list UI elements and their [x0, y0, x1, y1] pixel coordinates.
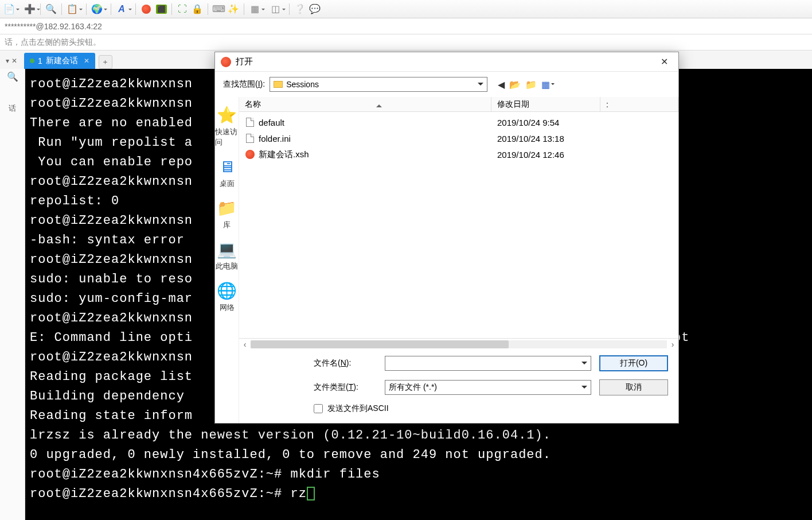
place-item[interactable]: 💻此电脑 [215, 236, 239, 275]
dialog-close-button[interactable]: ✕ [655, 55, 673, 69]
places-sidebar: ⭐快速访问🖥桌面📁库💻此电脑🌐网络 [215, 97, 239, 423]
help-icon[interactable]: ❔ [293, 2, 307, 16]
font-icon[interactable]: A [115, 2, 128, 16]
cancel-button[interactable]: 取消 [599, 379, 668, 395]
col-extra: : [600, 97, 678, 111]
back-icon[interactable]: ◀ [498, 79, 505, 90]
globe-icon[interactable]: 🌍 [90, 2, 104, 16]
place-icon: 💻 [216, 239, 238, 259]
place-item[interactable]: 📁库 [215, 195, 239, 234]
open-icon[interactable]: ➕ [23, 2, 37, 16]
scroll-left-icon[interactable]: ‹ [239, 340, 251, 349]
new-file-icon[interactable]: 📄 [2, 2, 16, 16]
tab-row-controls[interactable]: ▾ ✕ [1, 53, 22, 69]
session-tab[interactable]: 1 新建会话 ✕ [24, 53, 95, 69]
place-label: 网络 [220, 302, 235, 313]
green-app-icon[interactable]: ⬛ [154, 2, 168, 16]
open-button[interactable]: 打开(O) [599, 355, 668, 371]
filetype-label: 文件类型(T): [314, 382, 377, 393]
file-date: 2019/10/24 12:46 [497, 150, 606, 160]
place-label: 快速访问 [215, 127, 239, 148]
place-item[interactable]: 🌐网络 [215, 277, 239, 316]
new-folder-icon[interactable]: 📁 [525, 79, 537, 90]
place-icon: 📁 [216, 198, 238, 218]
main-toolbar: 📄 ➕ 🔍 📋 🌍 A ⬛ ⛶ 🔒 ⌨ ✨ ▦ ◫ ❔ 💬 [0, 0, 812, 18]
filetype-combobox[interactable]: 所有文件 (*.*) [385, 380, 591, 395]
ascii-checkbox-label: 发送文件到ASCII [327, 403, 389, 414]
scope-value: Sessions [286, 80, 319, 89]
copy-icon[interactable]: 📋 [65, 2, 79, 16]
file-list[interactable]: default2019/10/24 9:54folder.ini2019/10/… [239, 112, 678, 338]
status-dot-icon [30, 59, 34, 63]
lock-icon[interactable]: 🔒 [190, 2, 204, 16]
fullscreen-icon[interactable]: ⛶ [175, 2, 189, 16]
place-icon: 🖥 [216, 157, 238, 176]
dialog-title: 打开 [236, 56, 651, 67]
col-date: 修改日期 [491, 97, 600, 111]
file-name: default [259, 118, 284, 127]
file-row[interactable]: folder.ini2019/10/24 13:18 [239, 130, 678, 146]
place-icon: 🌐 [216, 281, 238, 300]
file-icon [245, 133, 255, 143]
file-date: 2019/10/24 13:18 [497, 134, 606, 143]
chevron-down-icon [581, 362, 587, 367]
file-row[interactable]: default2019/10/24 9:54 [239, 114, 678, 130]
place-label: 桌面 [220, 178, 235, 189]
scope-label: 查找范围(I): [223, 79, 265, 90]
place-item[interactable]: ⭐快速访问 [215, 102, 239, 151]
xsh-file-icon [245, 149, 255, 160]
scope-combobox[interactable]: Sessions [270, 77, 487, 92]
dialog-titlebar: 打开 ✕ [215, 52, 678, 72]
place-item[interactable]: 🖥桌面 [215, 153, 239, 192]
place-label: 此电脑 [216, 261, 238, 271]
chevron-down-icon [478, 83, 483, 88]
file-icon [245, 117, 255, 127]
grid-icon[interactable]: ▦ [248, 2, 261, 16]
file-date: 2019/10/24 9:54 [497, 118, 606, 127]
file-name: folder.ini [259, 134, 291, 143]
folder-icon [274, 81, 283, 88]
tab-label: 新建会话 [46, 56, 78, 66]
ascii-checkbox[interactable] [314, 404, 323, 413]
swirl-icon[interactable] [139, 2, 153, 16]
chevron-down-icon [581, 386, 587, 391]
sidebar-search-icon[interactable]: 🔍 [7, 71, 18, 82]
sort-caret-icon [376, 102, 382, 107]
add-tab-button[interactable]: ＋ [99, 55, 112, 69]
search-icon[interactable]: 🔍 [44, 2, 58, 16]
chat-icon[interactable]: 💬 [308, 2, 322, 16]
tab-close-icon[interactable]: ✕ [84, 57, 89, 65]
scroll-right-icon[interactable]: › [667, 340, 678, 349]
file-row[interactable]: 新建会话.xsh2019/10/24 12:46 [239, 146, 678, 162]
app-swirl-icon [221, 57, 231, 67]
horizontal-scrollbar[interactable]: ‹ › [239, 338, 678, 350]
up-folder-icon[interactable]: 📂 [509, 79, 521, 90]
file-name: 新建会话.xsh [259, 149, 309, 160]
filename-input[interactable] [385, 356, 591, 371]
connection-string: **********@182.92.163.4:22 [0, 18, 812, 34]
dialog-scope-row: 查找范围(I): Sessions ◀ 📂 📁 ▦ [215, 72, 678, 97]
file-list-header[interactable]: 名称 修改日期 : [239, 97, 678, 112]
place-label: 库 [223, 220, 231, 230]
filename-label: 文件名(N): [314, 358, 377, 368]
place-icon: ⭐ [216, 105, 238, 125]
col-name: 名称 [245, 99, 261, 110]
layout-icon[interactable]: ◫ [268, 2, 282, 16]
wand-icon[interactable]: ✨ [227, 2, 240, 16]
keyboard-icon[interactable]: ⌨ [212, 2, 225, 16]
open-dialog: 打开 ✕ 查找范围(I): Sessions ◀ 📂 📁 ▦ ⭐快速访问🖥桌面📁… [214, 52, 679, 424]
hint-text: 话，点击左侧的箭头按钮。 [0, 34, 812, 51]
tab-index: 1 [38, 56, 42, 65]
view-mode-icon[interactable]: ▦ [541, 79, 555, 90]
left-sidebar: 🔍 话 [0, 69, 25, 520]
